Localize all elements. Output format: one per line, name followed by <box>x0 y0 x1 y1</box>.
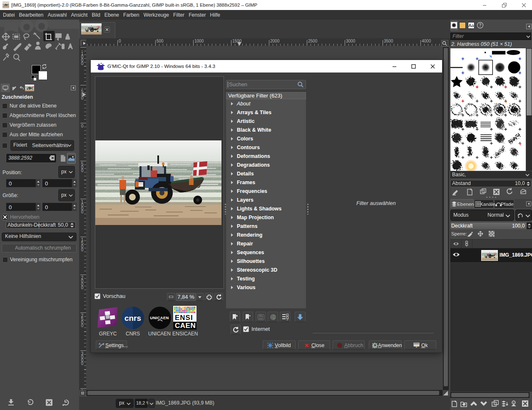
svg-text:cnrs: cnrs <box>124 314 141 322</box>
svg-text:?: ? <box>479 23 481 28</box>
svg-text:CAEN: CAEN <box>175 322 196 330</box>
svg-text:ENSI: ENSI <box>175 314 193 322</box>
svg-text:UNICAEN: UNICAEN <box>150 315 169 320</box>
svg-text:DeF: DeF <box>259 317 263 320</box>
